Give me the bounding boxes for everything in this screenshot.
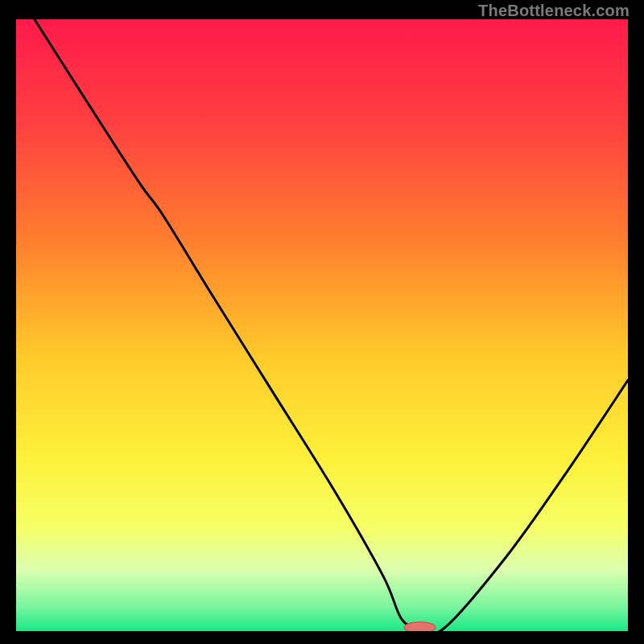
watermark-text: TheBottleneck.com: [478, 2, 630, 20]
chart-frame: [16, 19, 628, 631]
bottleneck-chart: [16, 19, 628, 631]
optimal-marker: [404, 622, 436, 631]
gradient-background: [16, 19, 628, 631]
